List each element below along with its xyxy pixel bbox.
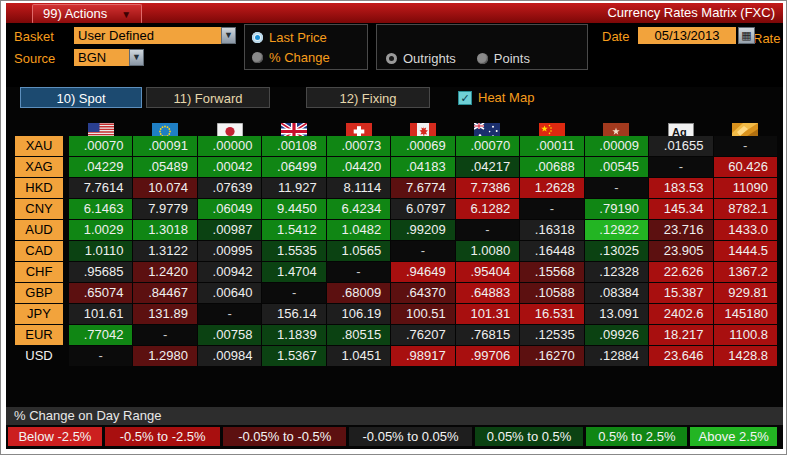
rate-cell-cny-hkd[interactable]: .79190 [585,199,648,219]
tab-fixing[interactable]: 12) Fixing [306,87,430,108]
rate-cell-gbp-gbp[interactable]: - [262,283,325,303]
rate-cell-chf-xag[interactable]: 22.626 [649,262,712,282]
rate-cell-chf-hkd[interactable]: .12328 [585,262,648,282]
rate-cell-cny-eur[interactable]: 7.9779 [133,199,196,219]
rate-cell-gbp-aud[interactable]: .64883 [456,283,519,303]
rate-cell-jpy-hkd[interactable]: 13.091 [585,304,648,324]
rate-cell-hkd-chf[interactable]: 8.1114 [327,178,390,198]
rate-cell-xau-aud[interactable]: .00070 [456,136,519,156]
rate-cell-aud-usd[interactable]: 1.0029 [69,220,132,240]
rate-cell-xau-gbp[interactable]: .00108 [262,136,325,156]
rate-cell-cny-gbp[interactable]: 9.4450 [262,199,325,219]
rate-cell-eur-cny[interactable]: .12535 [520,325,583,345]
radio-selected-icon[interactable] [386,53,397,64]
rate-cell-chf-aud[interactable]: .95404 [456,262,519,282]
rate-cell-xag-hkd[interactable]: .00545 [585,157,648,177]
rate-cell-aud-chf[interactable]: 1.0482 [327,220,390,240]
rate-cell-cny-jpy[interactable]: .06049 [198,199,261,219]
rate-cell-aud-eur[interactable]: 1.3018 [133,220,196,240]
radio-selected-icon[interactable] [252,32,263,43]
rate-cell-aud-aud[interactable]: - [456,220,519,240]
rate-cell-xag-usd[interactable]: .04229 [69,157,132,177]
rate-cell-gbp-hkd[interactable]: .08384 [585,283,648,303]
date-input[interactable]: 05/13/2013 [638,27,736,44]
rate-cell-xag-xag[interactable]: - [649,157,712,177]
rate-cell-chf-cad[interactable]: .94649 [391,262,454,282]
rate-cell-aud-jpy[interactable]: .00987 [198,220,261,240]
rate-cell-gbp-usd[interactable]: .65074 [69,283,132,303]
rate-cell-gbp-xag[interactable]: 15.387 [649,283,712,303]
rate-cell-gbp-cad[interactable]: .64370 [391,283,454,303]
rate-cell-jpy-xau[interactable]: 145180 [714,304,777,324]
rate-cell-chf-usd[interactable]: .95685 [69,262,132,282]
rate-cell-usd-aud[interactable]: .99706 [456,346,519,366]
rate-cell-gbp-jpy[interactable]: .00640 [198,283,261,303]
rate-cell-gbp-cny[interactable]: .10588 [520,283,583,303]
rate-cell-hkd-xag[interactable]: 183.53 [649,178,712,198]
source-dropdown-arrow-icon[interactable]: ▼ [129,49,144,66]
rate-cell-xag-chf[interactable]: .04420 [327,157,390,177]
rate-cell-xag-aud[interactable]: .04217 [456,157,519,177]
rate-cell-xau-jpy[interactable]: .00000 [198,136,261,156]
rate-cell-jpy-jpy[interactable]: - [198,304,261,324]
rate-cell-usd-gbp[interactable]: 1.5367 [262,346,325,366]
rate-cell-cny-xau[interactable]: 8782.1 [714,199,777,219]
rate-cell-usd-hkd[interactable]: .12884 [585,346,648,366]
rate-cell-cny-chf[interactable]: 6.4234 [327,199,390,219]
rate-cell-jpy-aud[interactable]: 101.31 [456,304,519,324]
rate-cell-cad-xag[interactable]: 23.905 [649,241,712,261]
rate-cell-eur-jpy[interactable]: .00758 [198,325,261,345]
rate-cell-eur-xau[interactable]: 1100.8 [714,325,777,345]
rate-cell-jpy-chf[interactable]: 106.19 [327,304,390,324]
rate-cell-chf-chf[interactable]: - [327,262,390,282]
rate-cell-usd-xag[interactable]: 23.646 [649,346,712,366]
rate-cell-xau-chf[interactable]: .00073 [327,136,390,156]
rate-cell-gbp-eur[interactable]: .84467 [133,283,196,303]
rate-cell-xag-jpy[interactable]: .00042 [198,157,261,177]
rate-cell-cad-cny[interactable]: .16448 [520,241,583,261]
rate-cell-xau-xau[interactable]: - [714,136,777,156]
rate-cell-xag-cad[interactable]: .04183 [391,157,454,177]
rate-cell-cad-jpy[interactable]: .00995 [198,241,261,261]
rate-cell-xau-eur[interactable]: .00091 [133,136,196,156]
rate-cell-eur-eur[interactable]: - [133,325,196,345]
rate-cell-chf-cny[interactable]: .15568 [520,262,583,282]
tab-spot[interactable]: 10) Spot [20,87,142,108]
rate-cell-chf-xau[interactable]: 1367.2 [714,262,777,282]
rate-cell-cad-chf[interactable]: 1.0565 [327,241,390,261]
rate-cell-usd-cny[interactable]: .16270 [520,346,583,366]
rate-cell-xau-usd[interactable]: .00070 [69,136,132,156]
rate-cell-cad-hkd[interactable]: .13025 [585,241,648,261]
rate-cell-usd-chf[interactable]: 1.0451 [327,346,390,366]
rate-option-1[interactable]: Outrights [379,48,456,68]
rate-cell-xag-eur[interactable]: .05489 [133,157,196,177]
rate-cell-cny-xag[interactable]: 145.34 [649,199,712,219]
rate-cell-aud-gbp[interactable]: 1.5412 [262,220,325,240]
rate-cell-xau-cny[interactable]: .00011 [520,136,583,156]
rate-cell-aud-xau[interactable]: 1433.0 [714,220,777,240]
rate-cell-usd-xau[interactable]: 1428.8 [714,346,777,366]
rate-cell-cad-eur[interactable]: 1.3122 [133,241,196,261]
rate-cell-chf-gbp[interactable]: 1.4704 [262,262,325,282]
rate-cell-eur-aud[interactable]: .76815 [456,325,519,345]
rate-cell-usd-usd[interactable]: - [69,346,132,366]
rate-cell-aud-cad[interactable]: .99209 [391,220,454,240]
rate-cell-usd-cad[interactable]: .98917 [391,346,454,366]
heatmap-toggle[interactable]: ✓ Heat Map [458,90,534,105]
rate-cell-cny-aud[interactable]: 6.1282 [456,199,519,219]
rate-cell-aud-hkd[interactable]: .12922 [585,220,648,240]
rate-cell-jpy-xag[interactable]: 2402.6 [649,304,712,324]
checkbox-checked-icon[interactable]: ✓ [458,91,472,105]
rate-cell-eur-hkd[interactable]: .09926 [585,325,648,345]
rate-cell-cad-gbp[interactable]: 1.5535 [262,241,325,261]
rate-cell-usd-jpy[interactable]: .00984 [198,346,261,366]
rate-cell-xag-gbp[interactable]: .06499 [262,157,325,177]
rate-cell-jpy-usd[interactable]: 101.61 [69,304,132,324]
rate-cell-xau-cad[interactable]: .00069 [391,136,454,156]
rate-cell-jpy-gbp[interactable]: 156.14 [262,304,325,324]
rate-cell-cny-cny[interactable]: - [520,199,583,219]
tab-forward[interactable]: 11) Forward [146,87,270,108]
price-option-2[interactable]: % Change [245,47,367,67]
rate-cell-hkd-usd[interactable]: 7.7614 [69,178,132,198]
rate-cell-xau-xag[interactable]: .01655 [649,136,712,156]
